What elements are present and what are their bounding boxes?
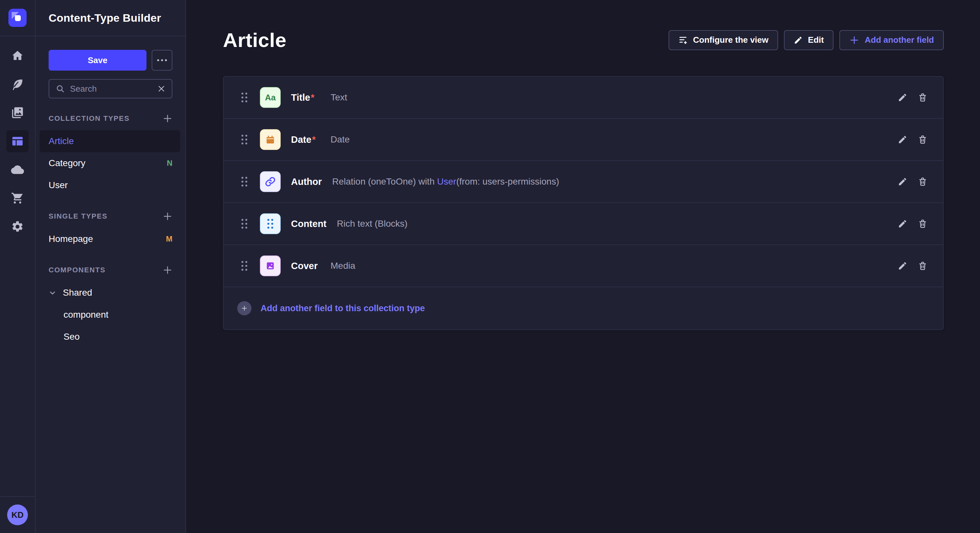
date-field-icon xyxy=(260,129,281,150)
add-component-icon[interactable] xyxy=(163,265,172,275)
add-field-row-label: Add another field to this collection typ… xyxy=(261,303,425,314)
save-button[interactable]: Save xyxy=(49,50,146,71)
search-icon xyxy=(56,84,65,93)
home-icon[interactable] xyxy=(6,45,29,67)
field-type: Text xyxy=(331,92,347,103)
marketplace-cart-icon[interactable] xyxy=(6,187,29,209)
sidebar-title: Content-Type Builder xyxy=(36,0,185,36)
field-row-cover: Cover Media xyxy=(224,245,943,287)
delete-field-icon[interactable] xyxy=(918,93,928,102)
settings-gear-icon[interactable] xyxy=(6,216,29,238)
delete-field-icon[interactable] xyxy=(918,177,928,187)
content-type-builder-icon[interactable] xyxy=(6,130,29,152)
clear-search-icon[interactable] xyxy=(158,85,165,93)
field-name: Date xyxy=(291,134,312,145)
collection-types-section: COLLECTION TYPES Article Category N User xyxy=(49,113,172,196)
deploy-cloud-icon[interactable] xyxy=(6,159,29,181)
delete-field-icon[interactable] xyxy=(918,261,928,271)
delete-field-icon[interactable] xyxy=(918,219,928,228)
field-name: Cover xyxy=(291,261,318,271)
drag-handle[interactable] xyxy=(237,261,251,271)
drag-handle[interactable] xyxy=(237,219,251,228)
relation-field-icon xyxy=(260,171,281,192)
section-label: COMPONENTS xyxy=(49,266,106,274)
fields-table: Aa Title* Text Date* Date xyxy=(223,76,944,330)
section-label: SINGLE TYPES xyxy=(49,212,108,220)
text-field-icon: Aa xyxy=(260,87,281,108)
delete-field-icon[interactable] xyxy=(918,135,928,144)
field-name: Title xyxy=(291,92,310,103)
sidebar-item-seo[interactable]: Seo xyxy=(40,326,180,348)
edit-field-icon[interactable] xyxy=(898,135,907,144)
field-row-content: Content Rich text (Blocks) xyxy=(224,203,943,245)
required-asterisk: * xyxy=(311,92,314,103)
field-row-author: Author Relation (oneToOne) with User(fro… xyxy=(224,161,943,203)
search-input[interactable] xyxy=(70,84,152,94)
rail-footer: KD xyxy=(0,496,35,533)
content-type-builder-app: KD Content-Type Builder Save COLLECTI xyxy=(0,0,980,533)
field-row-date: Date* Date xyxy=(224,119,943,161)
edit-field-icon[interactable] xyxy=(898,177,907,187)
add-field-row[interactable]: Add another field to this collection typ… xyxy=(224,287,943,329)
pencil-icon xyxy=(794,36,803,45)
strapi-logo-icon[interactable] xyxy=(8,9,27,27)
sidebar-item-article[interactable]: Article xyxy=(40,130,180,152)
media-field-icon xyxy=(260,255,281,276)
configure-list-icon xyxy=(678,35,688,45)
sidebar-item-shared[interactable]: Shared xyxy=(40,282,180,304)
edit-field-icon[interactable] xyxy=(898,93,907,102)
relation-target-link[interactable]: User xyxy=(437,176,456,187)
page-title: Article xyxy=(223,29,286,51)
sidebar-item-homepage[interactable]: Homepage M xyxy=(40,228,180,250)
add-another-field-button[interactable]: Add another field xyxy=(839,30,944,50)
rail-header xyxy=(0,0,35,36)
field-row-title: Aa Title* Text xyxy=(224,77,943,119)
single-types-section: SINGLE TYPES Homepage M xyxy=(49,211,172,250)
field-type: Date xyxy=(331,134,350,145)
add-single-type-icon[interactable] xyxy=(163,211,172,221)
edit-button[interactable]: Edit xyxy=(784,30,834,50)
sidebar-item-user[interactable]: User xyxy=(40,174,180,196)
drag-handle[interactable] xyxy=(237,177,251,187)
plus-icon xyxy=(849,35,859,45)
components-section: COMPONENTS Shared component xyxy=(49,264,172,348)
search-box xyxy=(49,79,172,98)
field-type: Relation (oneToOne) with User(from: user… xyxy=(332,176,559,187)
rail-nav xyxy=(6,36,29,238)
user-avatar[interactable]: KD xyxy=(7,504,28,525)
status-badge: M xyxy=(166,235,172,244)
ctb-sidebar: Content-Type Builder Save COLLECTION TYP… xyxy=(36,0,186,533)
field-type: Media xyxy=(331,261,355,271)
status-badge: N xyxy=(167,159,172,168)
required-asterisk: * xyxy=(312,134,316,145)
field-type: Rich text (Blocks) xyxy=(337,219,408,229)
plus-circle-icon xyxy=(237,301,251,316)
sidebar-item-component[interactable]: component xyxy=(40,304,180,326)
field-name: Author xyxy=(291,176,322,187)
media-library-icon[interactable] xyxy=(6,102,29,124)
more-options-button[interactable] xyxy=(152,50,172,71)
edit-field-icon[interactable] xyxy=(898,219,907,228)
main-content: Article Configure the view Edit xyxy=(186,0,980,533)
field-name: Content xyxy=(291,219,327,229)
sidebar-item-category[interactable]: Category N xyxy=(40,152,180,174)
chevron-down-icon xyxy=(49,289,56,297)
drag-handle[interactable] xyxy=(237,135,251,144)
main-nav-rail: KD xyxy=(0,0,36,533)
section-label: COLLECTION TYPES xyxy=(49,114,130,123)
rich-text-blocks-field-icon xyxy=(260,213,281,234)
configure-view-button[interactable]: Configure the view xyxy=(668,30,778,50)
content-manager-icon[interactable] xyxy=(6,73,29,95)
add-collection-type-icon[interactable] xyxy=(163,114,172,124)
edit-field-icon[interactable] xyxy=(898,261,907,271)
drag-handle[interactable] xyxy=(237,93,251,102)
